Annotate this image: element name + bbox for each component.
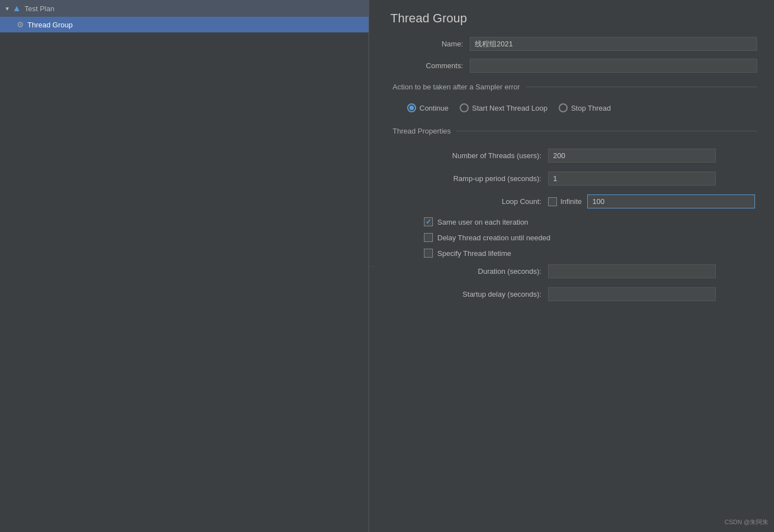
specify-lifetime-label: Specify Thread lifetime [437,249,511,258]
panel-divider[interactable]: ⋮ [369,0,374,532]
startup-delay-input[interactable] [548,287,716,301]
duration-input[interactable] [548,264,716,278]
thread-props-line [456,131,757,131]
test-plan-label: Test Plan [25,4,54,13]
thread-properties-form: Number of Threads (users): Ramp-up perio… [390,143,757,316]
same-user-label: Same user on each iteration [437,218,528,226]
arrow-icon: ▼ [4,6,10,12]
loop-count-label: Loop Count: [402,197,541,206]
sampler-error-label: Action to be taken after a Sampler error [390,83,520,91]
radio-stop-circle [559,103,568,112]
duration-row: Duration (seconds): [390,264,757,278]
name-row: Name: [390,37,757,51]
num-threads-label: Number of Threads (users): [402,151,541,160]
infinite-checkbox[interactable] [548,197,557,206]
infinite-wrap: Infinite [548,197,582,206]
ramp-up-label: Ramp-up period (seconds): [402,174,541,183]
sampler-error-radio-group: Continue Start Next Thread Loop Stop Thr… [390,99,757,117]
delay-thread-checkbox[interactable] [424,233,433,242]
num-threads-input[interactable] [548,149,716,163]
page-title: Thread Group [390,11,757,26]
comments-input[interactable] [470,59,757,73]
delay-thread-row: Delay Thread creation until needed [390,233,757,242]
gear-icon: ⚙ [17,20,24,29]
ramp-up-input[interactable] [548,172,716,186]
radio-start-next-circle [460,103,469,112]
radio-continue-circle [407,103,416,112]
watermark: CSDN @朱阿朱 [725,518,768,526]
specify-lifetime-checkbox[interactable] [424,249,433,258]
delay-thread-label: Delay Thread creation until needed [437,234,550,242]
same-user-checkbox[interactable]: ✓ [424,217,433,226]
specify-lifetime-row: Specify Thread lifetime [390,249,757,258]
ramp-up-row: Ramp-up period (seconds): [390,172,757,186]
radio-stop-thread[interactable]: Stop Thread [559,103,611,112]
same-user-row: ✓ Same user on each iteration [390,217,757,226]
num-threads-row: Number of Threads (users): [390,149,757,163]
startup-delay-label: Startup delay (seconds): [402,290,541,298]
radio-continue[interactable]: Continue [407,103,449,112]
sampler-error-section: Action to be taken after a Sampler error [390,83,757,91]
thread-properties-label: Thread Properties [390,127,451,135]
radio-continue-label: Continue [419,104,449,112]
name-label: Name: [390,40,463,48]
right-panel: Thread Group Name: Comments: Action to b… [374,0,774,532]
loop-count-input[interactable] [587,194,755,208]
comments-label: Comments: [390,61,463,70]
left-panel: ▼ ▲ Test Plan ⚙ Thread Group [0,0,369,532]
duration-label: Duration (seconds): [402,267,541,276]
startup-delay-row: Startup delay (seconds): [390,287,757,301]
tree-root-item[interactable]: ▼ ▲ Test Plan [0,0,369,17]
section-line [526,87,757,87]
radio-start-next-label: Start Next Thread Loop [472,104,548,112]
name-input[interactable] [470,37,757,51]
infinite-label: Infinite [560,197,582,206]
radio-stop-label: Stop Thread [571,104,611,112]
thread-properties-section: Thread Properties [390,127,757,135]
thread-group-label: Thread Group [27,21,73,29]
same-user-checkmark: ✓ [426,218,431,226]
comments-row: Comments: [390,59,757,73]
thread-group-tree-item[interactable]: ⚙ Thread Group [0,17,369,32]
loop-count-row: Loop Count: Infinite [390,194,757,208]
radio-start-next-thread-loop[interactable]: Start Next Thread Loop [460,103,548,112]
test-plan-icon: ▲ [12,3,21,13]
